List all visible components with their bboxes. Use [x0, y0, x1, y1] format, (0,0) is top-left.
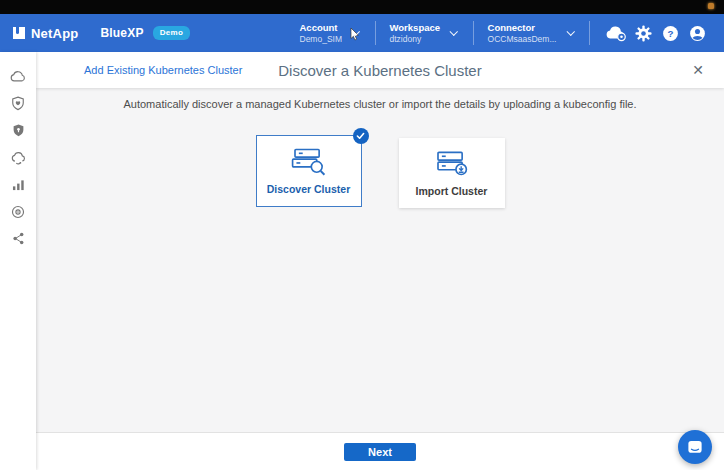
account-menu-label: Account: [300, 22, 343, 34]
selected-check-icon: [353, 128, 369, 144]
discover-cluster-card[interactable]: Discover Cluster: [256, 135, 362, 207]
workspace-menu[interactable]: Workspace dtzidony: [388, 22, 461, 45]
cluster-search-icon: [291, 148, 327, 176]
sidebar-item-mobility[interactable]: [5, 144, 31, 171]
health-shield-icon: [11, 96, 25, 111]
extensions-share-icon: [12, 232, 25, 245]
storage-icon: [10, 70, 26, 83]
divider: [375, 21, 376, 45]
mobility-cloud-icon: [11, 151, 26, 165]
workspace-menu-value: dtzidony: [390, 34, 441, 45]
sidebar-item-analysis[interactable]: [5, 171, 31, 198]
demo-badge: Demo: [153, 26, 190, 40]
chat-support-button[interactable]: [678, 430, 712, 464]
sidebar-item-protection[interactable]: [5, 117, 31, 144]
discover-cluster-label: Discover Cluster: [267, 183, 350, 195]
analysis-bars-icon: [12, 179, 25, 191]
import-cluster-label: Import Cluster: [416, 185, 488, 197]
recording-indicator-dot: [708, 3, 714, 9]
app-body: Add Existing Kubernetes Cluster Discover…: [0, 52, 724, 470]
protection-shield-icon: [12, 123, 25, 138]
wizard-header: Add Existing Kubernetes Cluster Discover…: [36, 52, 724, 88]
wizard-breadcrumb: Add Existing Kubernetes Cluster: [84, 52, 242, 88]
window-titlebar: [0, 0, 724, 14]
svg-text:?: ?: [667, 27, 673, 38]
sidebar-item-storage[interactable]: [5, 63, 31, 90]
brand: NetApp BlueXP Demo: [13, 26, 190, 41]
chevron-down-icon: [450, 28, 458, 36]
connector-menu-label: Connector: [488, 22, 557, 34]
header-controls: Account Demo_SIM Workspace dtzidony Conn…: [298, 20, 711, 46]
sidebar-item-control[interactable]: [5, 198, 31, 225]
wizard-content: Automatically discover a managed Kuberne…: [36, 88, 724, 433]
cluster-import-icon: [434, 150, 470, 178]
connector-menu-value: OCCMsaasDem...: [488, 34, 557, 45]
sidebar-item-extensions[interactable]: [5, 225, 31, 252]
bluexp-app: NetApp BlueXP Demo Account Demo_SIM Work…: [0, 0, 724, 470]
notifications-cloud-icon[interactable]: [603, 20, 629, 46]
chat-bubble-icon: [687, 440, 703, 455]
user-account-icon[interactable]: [684, 20, 710, 46]
app-header: NetApp BlueXP Demo Account Demo_SIM Work…: [0, 14, 724, 52]
chevron-down-icon: [566, 28, 574, 36]
connector-menu[interactable]: Connector OCCMsaasDem...: [486, 22, 577, 45]
close-icon[interactable]: ✕: [692, 52, 704, 88]
settings-gear-icon[interactable]: [630, 20, 656, 46]
account-menu-value: Demo_SIM: [300, 34, 343, 45]
control-icon: [11, 205, 25, 219]
help-icon[interactable]: ?: [657, 20, 683, 46]
import-cluster-card[interactable]: Import Cluster: [399, 138, 505, 208]
wizard-panel: Add Existing Kubernetes Cluster Discover…: [36, 52, 724, 470]
wizard-description: Automatically discover a managed Kuberne…: [36, 98, 724, 110]
divider: [589, 21, 590, 45]
netapp-wordmark: NetApp: [31, 26, 78, 41]
workspace-menu-label: Workspace: [390, 22, 441, 34]
next-button[interactable]: Next: [344, 443, 416, 461]
sidebar-item-health[interactable]: [5, 90, 31, 117]
bluexp-wordmark: BlueXP: [100, 26, 143, 40]
cluster-option-cards: Discover Cluster: [36, 135, 724, 208]
netapp-logo-icon: [13, 27, 25, 39]
wizard-footer: Next: [36, 433, 724, 470]
divider: [473, 21, 474, 45]
category-sidebar: [0, 52, 36, 470]
